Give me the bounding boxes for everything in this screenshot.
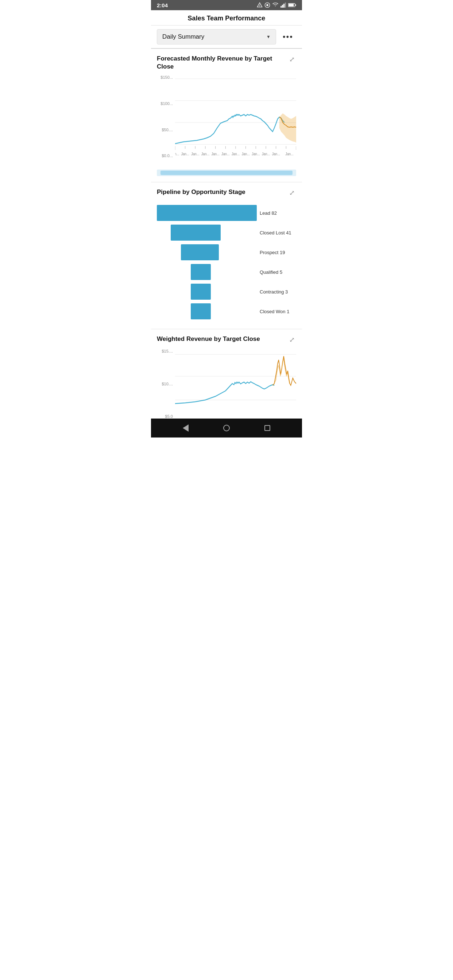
status-icons [257, 2, 296, 8]
alert-icon [257, 2, 263, 8]
bar-row-closed-won: Closed Won 1 [157, 303, 296, 320]
bar-track-prospect [157, 244, 257, 260]
y-label-50: $50.... [157, 127, 174, 132]
weighted-svg-container [175, 349, 296, 415]
svg-text:Jan...: Jan... [241, 152, 250, 156]
forecasted-y-labels: $150... $100... $50.... $0.0... [157, 75, 174, 158]
y-label-w15: $15.... [157, 349, 174, 353]
svg-text:Jan...: Jan... [211, 152, 220, 156]
svg-point-1 [259, 6, 260, 6]
chevron-down-icon: ▼ [266, 34, 271, 40]
bar-fill-lead [157, 205, 257, 221]
weighted-y-labels: $15.... $10.... $5.0 [157, 349, 174, 418]
svg-rect-9 [289, 4, 293, 6]
expand-pipeline-icon[interactable]: ⤢ [288, 188, 296, 197]
weighted-chart-area: $15.... $10.... $5.0 [157, 349, 296, 418]
weighted-svg [175, 349, 296, 415]
app-header: Sales Team Performance [151, 10, 302, 25]
svg-rect-5 [282, 5, 283, 8]
forecasted-section: Forecasted Monthly Revenue by Target Clo… [151, 49, 302, 176]
forecasted-chart-area: $150... $100... $50.... $0.0... [157, 75, 296, 167]
forecasted-svg: Jan... Jan... Jan... Jan... Jan... Jan..… [175, 75, 296, 162]
battery-icon [288, 3, 296, 7]
svg-text:Jan...: Jan... [175, 152, 179, 156]
bar-label-prospect: Prospect 19 [260, 250, 296, 255]
status-bar: 2:04 [151, 0, 302, 10]
svg-marker-15 [279, 113, 296, 143]
back-button[interactable] [183, 425, 188, 432]
weighted-section: Weighted Revenue by Target Close ⤢ $15..… [151, 329, 302, 418]
bar-row-closed-lost: Closed Lost 41 [157, 224, 296, 240]
y-label-0: $0.0... [157, 153, 174, 158]
wifi-icon [272, 3, 279, 8]
bar-label-qualified: Qualified 5 [260, 269, 296, 275]
weighted-header: Weighted Revenue by Target Close ⤢ [157, 335, 296, 345]
privacy-icon [265, 2, 270, 8]
pipeline-header: Pipeline by Opportunity Stage ⤢ [157, 188, 296, 197]
svg-text:Jan...: Jan... [191, 152, 199, 156]
expand-weighted-icon[interactable]: ⤢ [288, 335, 296, 345]
svg-text:Jan...: Jan... [285, 152, 293, 156]
bar-row-prospect: Prospect 19 [157, 244, 296, 260]
recents-icon [265, 425, 270, 431]
y-label-150: $150... [157, 75, 174, 80]
status-time: 2:04 [157, 2, 168, 8]
forecasted-header: Forecasted Monthly Revenue by Target Clo… [157, 55, 296, 71]
svg-rect-4 [281, 6, 282, 8]
bar-label-closed-won: Closed Won 1 [260, 309, 296, 314]
dropdown-label: Daily Summary [162, 33, 204, 40]
bar-row-contracting: Contracting 3 [157, 284, 296, 300]
svg-text:Jan...: Jan... [222, 152, 230, 156]
svg-point-3 [266, 4, 268, 6]
bar-fill-contracting [191, 284, 211, 300]
expand-forecasted-icon[interactable]: ⤢ [288, 55, 296, 64]
svg-text:Jan...: Jan... [181, 152, 189, 156]
pipeline-section: Pipeline by Opportunity Stage ⤢ Lead 82 … [151, 182, 302, 329]
svg-text:Jan...: Jan... [262, 152, 270, 156]
signal-icon [281, 3, 286, 8]
y-label-w10: $10.... [157, 382, 174, 386]
bar-track-lead [157, 205, 257, 221]
bar-track-contracting [157, 284, 257, 300]
forecasted-svg-container: Jan... Jan... Jan... Jan... Jan... Jan..… [175, 75, 296, 164]
home-icon [223, 425, 230, 431]
svg-rect-6 [283, 4, 284, 8]
bar-fill-qualified [191, 264, 211, 280]
bottom-nav [151, 418, 302, 438]
svg-text:Jan...: Jan... [252, 152, 260, 156]
svg-text:Jan...: Jan... [201, 152, 210, 156]
back-icon [183, 425, 188, 432]
bar-fill-prospect [181, 244, 219, 260]
bar-fill-closed-won [191, 303, 211, 320]
bar-fill-closed-lost [171, 224, 221, 240]
page-title: Sales Team Performance [188, 14, 266, 22]
scrollbar-handle[interactable] [161, 170, 292, 175]
bar-track-closed-lost [157, 224, 257, 240]
y-label-100: $100... [157, 101, 174, 106]
chart-scrollbar[interactable] [157, 170, 296, 176]
bar-label-lead: Lead 82 [260, 210, 296, 216]
home-button[interactable] [223, 425, 230, 431]
svg-rect-7 [285, 3, 286, 8]
summary-dropdown[interactable]: Daily Summary ▼ [157, 29, 276, 45]
bar-label-closed-lost: Closed Lost 41 [260, 230, 296, 235]
weighted-title: Weighted Revenue by Target Close [157, 335, 288, 343]
bar-track-qualified [157, 264, 257, 280]
bar-row-lead: Lead 82 [157, 205, 296, 221]
svg-rect-10 [295, 5, 296, 6]
pipeline-title: Pipeline by Opportunity Stage [157, 188, 288, 196]
bar-row-qualified: Qualified 5 [157, 264, 296, 280]
svg-text:Jan...: Jan... [231, 152, 240, 156]
bar-chart: Lead 82 Closed Lost 41 Prospect 19 Quali… [157, 202, 296, 329]
recents-button[interactable] [265, 425, 270, 431]
forecasted-title: Forecasted Monthly Revenue by Target Clo… [157, 55, 288, 71]
bar-label-contracting: Contracting 3 [260, 289, 296, 294]
svg-text:Jan...: Jan... [272, 152, 280, 156]
y-label-w5: $5.0 [157, 414, 174, 418]
more-options-button[interactable]: ••• [280, 30, 296, 43]
toolbar: Daily Summary ▼ ••• [151, 25, 302, 48]
bar-track-closed-won [157, 303, 257, 320]
